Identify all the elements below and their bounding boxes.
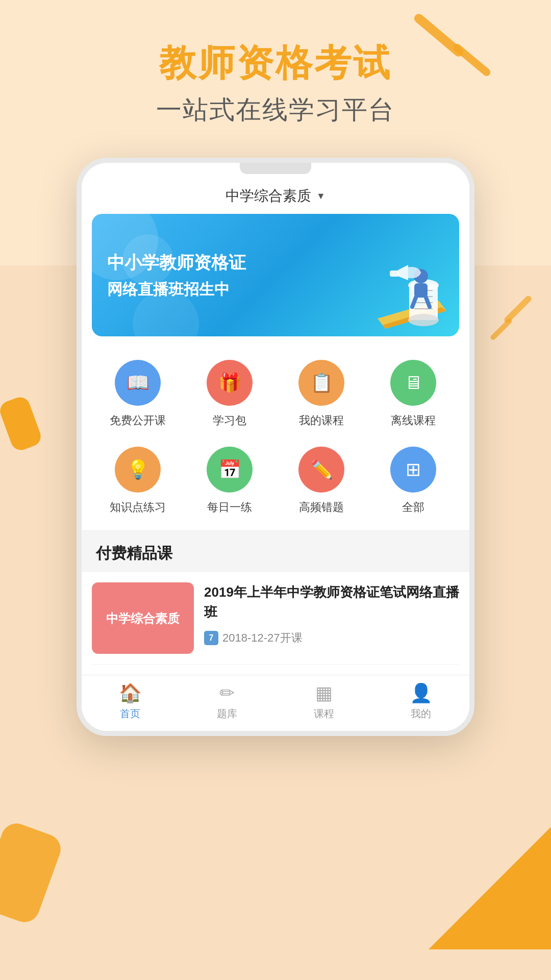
menu-item-5[interactable]: 📅 每日一练	[184, 438, 276, 525]
menu-icon-0: 📖	[115, 360, 161, 406]
subject-label: 中学综合素质	[226, 186, 311, 206]
bottom-nav: 🏠 首页 ✏ 题库 ▦ 课程 👤 我的	[82, 675, 469, 731]
course-title-0: 2019年上半年中学教师资格证笔试网络直播班	[204, 582, 459, 622]
menu-label-5: 每日一练	[207, 500, 252, 515]
main-title: 教师资格考试	[0, 41, 551, 85]
menu-item-0[interactable]: 📖 免费公开课	[92, 352, 184, 438]
course-info-0: 2019年上半年中学教师资格证笔试网络直播班 7 2018-12-27开课	[194, 582, 459, 646]
banner: 中小学教师资格证 网络直播班招生中	[92, 214, 459, 336]
menu-grid: 📖 免费公开课 🎁 学习包 📋 我的课程 🖥 离线课程 💡 知识点练习 📅 每日…	[82, 336, 469, 530]
menu-icon-3: 🖥	[390, 360, 436, 406]
chevron-down-icon: ▼	[316, 191, 325, 202]
menu-label-7: 全部	[402, 500, 424, 515]
nav-icon-我的: 👤	[410, 682, 433, 704]
menu-icon-4: 💡	[115, 447, 161, 493]
date-icon-0: 7	[204, 631, 218, 645]
menu-label-0: 免费公开课	[110, 413, 166, 428]
menu-icon-1: 🎁	[207, 360, 253, 406]
course-date-0: 7 2018-12-27开课	[204, 630, 459, 646]
nav-item-题库[interactable]: ✏ 题库	[196, 682, 258, 721]
nav-label-题库: 题库	[217, 707, 237, 721]
phone-container: 中学综合素质 ▼ 中小学教师资格证 网络直播班招生中	[0, 158, 551, 736]
menu-icon-2: 📋	[298, 360, 344, 406]
course-thumb-0: 中学综合素质	[92, 582, 194, 654]
nav-icon-首页: 🏠	[119, 682, 142, 704]
banner-line1: 中小学教师资格证	[107, 251, 444, 275]
menu-label-6: 高频错题	[299, 500, 344, 515]
banner-line2: 网络直播班招生中	[107, 279, 444, 300]
phone-content: 中学综合素质 ▼ 中小学教师资格证 网络直播班招生中	[82, 174, 469, 731]
course-list: 中学综合素质 2019年上半年中学教师资格证笔试网络直播班 7 2018-12-…	[82, 572, 469, 675]
menu-item-3[interactable]: 🖥 离线课程	[367, 352, 459, 438]
nav-label-首页: 首页	[120, 707, 140, 721]
nav-icon-课程: ▦	[315, 682, 333, 704]
nav-label-我的: 我的	[411, 707, 431, 721]
nav-item-我的[interactable]: 👤 我的	[390, 682, 452, 721]
menu-label-3: 离线课程	[391, 413, 436, 428]
menu-label-4: 知识点练习	[110, 500, 166, 515]
bg-shape-left	[0, 819, 65, 926]
nav-item-首页[interactable]: 🏠 首页	[99, 682, 161, 721]
menu-item-7[interactable]: ⊞ 全部	[367, 438, 459, 525]
menu-label-2: 我的课程	[299, 413, 344, 428]
banner-text: 中小学教师资格证 网络直播班招生中	[107, 251, 444, 300]
phone-notch	[240, 163, 311, 174]
menu-item-4[interactable]: 💡 知识点练习	[92, 438, 184, 525]
menu-item-1[interactable]: 🎁 学习包	[184, 352, 276, 438]
course-card-0[interactable]: 中学综合素质 2019年上半年中学教师资格证笔试网络直播班 7 2018-12-…	[92, 572, 459, 665]
section-header: 付费精品课	[82, 530, 469, 572]
menu-icon-7: ⊞	[390, 447, 436, 493]
nav-label-课程: 课程	[314, 707, 334, 721]
svg-point-4	[408, 314, 439, 326]
phone-mockup: 中学综合素质 ▼ 中小学教师资格证 网络直播班招生中	[77, 158, 474, 736]
paid-course-title: 付费精品课	[96, 545, 172, 561]
menu-icon-5: 📅	[207, 447, 253, 493]
menu-icon-6: ✏️	[298, 447, 344, 493]
subject-selector[interactable]: 中学综合素质 ▼	[82, 174, 469, 214]
bg-triangle	[429, 827, 551, 949]
date-text-0: 2018-12-27开课	[222, 630, 303, 646]
sub-title: 一站式在线学习平台	[0, 93, 551, 127]
menu-item-2[interactable]: 📋 我的课程	[276, 352, 367, 438]
menu-label-1: 学习包	[213, 413, 246, 428]
menu-item-6[interactable]: ✏️ 高频错题	[276, 438, 367, 525]
top-section: 教师资格考试 一站式在线学习平台	[0, 0, 551, 148]
nav-item-课程[interactable]: ▦ 课程	[293, 682, 355, 721]
nav-icon-题库: ✏	[219, 682, 235, 704]
